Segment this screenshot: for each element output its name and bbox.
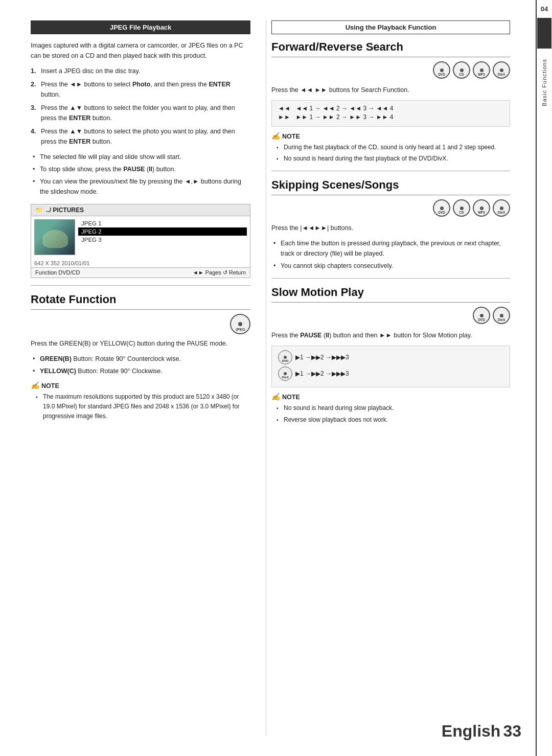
search-row-1: ◄◄ ◄◄ 1 → ◄◄ 2 → ◄◄ 3 → ◄◄ 4 — [278, 105, 503, 112]
rotate-note-list: The maximum resolutions supported by thi… — [31, 392, 250, 422]
file-footer: Function DVD/CD ◄► Pages ↺ Return — [31, 267, 250, 278]
disc-icon-cd: CD — [453, 61, 470, 79]
file-list: JPEG 1 JPEG 2 JPEG 3 — [78, 219, 247, 255]
search-diagram: ◄◄ ◄◄ 1 → ◄◄ 2 → ◄◄ 3 → ◄◄ 4 ►► ►► 1 → ►… — [271, 100, 510, 127]
search-row-2: ►► ►► 1 → ►► 2 → ►► 3 → ►► 4 — [278, 113, 503, 121]
right-column: Using the Playback Function Forward/Reve… — [266, 20, 510, 736]
rotate-note: ✍ NOTE The maximum resolutions supported… — [31, 381, 250, 422]
skip-disc-cd: CD — [453, 199, 470, 217]
forward-note: ✍ NOTE During the fast playback of the C… — [271, 132, 510, 164]
rotate-bullet-2: YELLOW(C) Button: Rotate 90° Clockwise. — [31, 366, 250, 376]
skip-disc-mp3: MP3 — [473, 199, 490, 217]
forward-note-1: During the fast playback of the CD, soun… — [277, 143, 510, 152]
file-browser: 📁 ../ PICTURES JPEG 1 JPEG 2 JPEG 3 642 … — [31, 204, 250, 278]
disc-icon-dvd: DVD — [433, 61, 450, 79]
forward-note-title: ✍ NOTE — [271, 132, 510, 141]
page-number: 33 — [503, 722, 521, 740]
file-info: 642 X 352 2010/01/01 — [31, 258, 250, 267]
step-2: 2. Press the ◄► buttons to select Photo,… — [31, 79, 250, 100]
file-item-3[interactable]: JPEG 3 — [78, 236, 247, 244]
jpeg-bullets: The selected file will play and slide sh… — [31, 152, 250, 197]
page-language: English — [442, 722, 501, 740]
slow-note-1: No sound is heard during slow playback. — [277, 403, 510, 413]
bullet-3: You can view the previous/next file by p… — [31, 176, 250, 197]
slow-disc-divx: DivX — [493, 307, 510, 324]
rotate-intro: Press the GREEN(B) or YELLOW(C) button d… — [31, 338, 250, 349]
slow-note: ✍ NOTE No sound is heard during slow pla… — [271, 393, 510, 424]
slow-diagram: DVD ▶1 →▶▶2 →▶▶▶3 DivX ▶1 →▶▶2 →▶▶▶3 — [271, 346, 510, 387]
rotate-note-title: ✍ NOTE — [31, 381, 250, 390]
note-icon-2: ✍ — [271, 393, 280, 401]
left-column: JPEG File Playback Images captured with … — [31, 20, 266, 736]
slow-motion-title: Slow Motion Play — [271, 286, 510, 303]
chapter-number: 04 — [541, 5, 548, 13]
slow-dvd-sequence: ▶1 →▶▶2 →▶▶▶3 — [295, 354, 349, 361]
step-3: 3. Press the ▲▼ buttons to select the fo… — [31, 103, 250, 123]
skipping-intro: Press the |◄◄►►| buttons. — [271, 223, 510, 233]
skip-disc-divx: DivX — [493, 199, 510, 217]
skip-disc-dvd: DVD — [433, 199, 450, 217]
side-tab-bar — [537, 18, 551, 49]
slow-row-divx: DivX ▶1 →▶▶2 →▶▶▶3 — [278, 366, 503, 381]
slow-intro: Press the PAUSE (II) button and then ►► … — [271, 330, 510, 340]
file-item-1[interactable]: JPEG 1 — [78, 219, 247, 227]
skipping-title: Skipping Scenes/Songs — [271, 178, 510, 195]
disc-icon-divx: DivX — [493, 61, 510, 79]
step-4: 4. Press the ▲▼ buttons to select the ph… — [31, 126, 250, 147]
chapter-name: Basic Functions — [541, 59, 547, 106]
rotate-title: Rotate Function — [31, 293, 250, 310]
side-tab: 04 Basic Functions — [536, 0, 552, 756]
jpeg-header: JPEG File Playback — [31, 20, 250, 34]
slow-disc-icon-dvd: DVD — [278, 350, 292, 364]
rotate-bullet-1: GREEN(B) Button: Rotate 90° Counterclock… — [31, 354, 250, 364]
file-item-2[interactable]: JPEG 2 — [78, 227, 247, 236]
forward-note-2: No sound is heard during the fast playba… — [277, 154, 510, 164]
footer-right: ◄► Pages ↺ Return — [193, 269, 246, 276]
skip-bullet-1: Each time the button is pressed during p… — [271, 238, 510, 259]
rotate-bullets: GREEN(B) Button: Rotate 90° Counterclock… — [31, 354, 250, 376]
slow-disc-icons: DVD DivX — [271, 307, 510, 324]
slow-row-dvd: DVD ▶1 →▶▶2 →▶▶▶3 — [278, 350, 503, 364]
forward-intro: Press the ◄◄ ►► buttons for Search Funct… — [271, 85, 510, 95]
jpeg-icon-label: JPEG — [236, 328, 245, 331]
slow-note-list: No sound is heard during slow playback. … — [271, 403, 510, 424]
note-script-icon: ✍ — [31, 381, 39, 390]
rotate-note-1: The maximum resolutions supported by thi… — [36, 392, 250, 422]
slow-note-title: ✍ NOTE — [271, 393, 510, 401]
file-browser-body: JPEG 1 JPEG 2 JPEG 3 — [31, 216, 250, 258]
jpeg-intro: Images captured with a digital camera or… — [31, 40, 250, 61]
jpeg-disc-icon: JPEG — [230, 314, 250, 334]
footer-left: Function DVD/CD — [35, 269, 80, 276]
bullet-2: To stop slide show, press the PAUSE (II)… — [31, 164, 250, 174]
jpeg-steps: 1. Insert a JPEG disc on the disc tray. … — [31, 66, 250, 147]
slow-divx-sequence: ▶1 →▶▶2 →▶▶▶3 — [295, 370, 349, 377]
file-browser-title: 📁 ../ PICTURES — [31, 204, 250, 216]
step-1: 1. Insert a JPEG disc on the disc tray. — [31, 66, 250, 76]
skipping-disc-icons: DVD CD MP3 DivX — [271, 199, 510, 217]
skipping-bullets: Each time the button is pressed during p… — [271, 238, 510, 271]
file-browser-image — [34, 219, 75, 255]
forward-note-list: During the fast playback of the CD, soun… — [271, 143, 510, 164]
page-footer: English 33 — [442, 722, 521, 741]
jpeg-icon-container: JPEG — [31, 314, 250, 334]
slow-disc-dvd: DVD — [473, 307, 490, 324]
slow-note-2: Reverse slow playback does not work. — [277, 415, 510, 425]
bullet-1: The selected file will play and slide sh… — [31, 152, 250, 162]
slow-disc-icon-divx: DivX — [278, 366, 292, 381]
forward-disc-icons: DVD CD MP3 DivX — [271, 61, 510, 79]
note-icon-1: ✍ — [271, 132, 280, 141]
playback-header: Using the Playback Function — [271, 20, 510, 34]
forward-reverse-title: Forward/Reverse Search — [271, 40, 510, 57]
skip-bullet-2: You cannot skip chapters consecutively. — [271, 261, 510, 271]
disc-icon-mp3: MP3 — [473, 61, 490, 79]
